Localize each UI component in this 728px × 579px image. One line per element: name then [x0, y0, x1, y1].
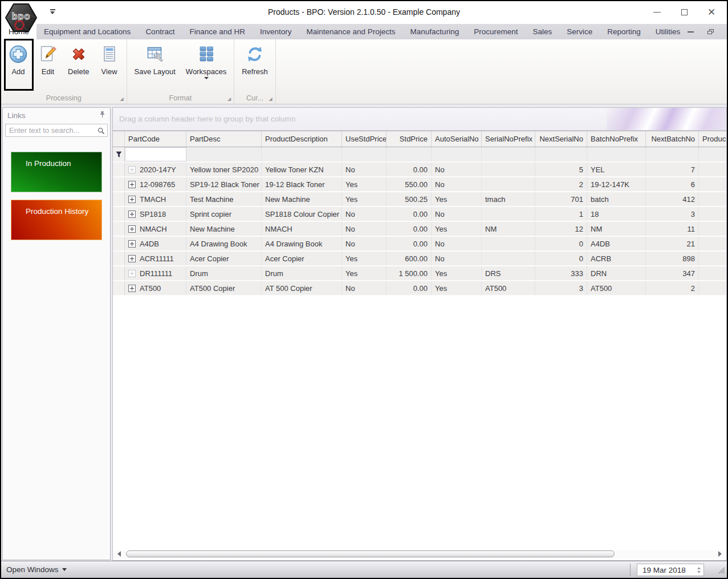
grid-cell-stdprice[interactable]: 0.00 [387, 281, 432, 295]
column-header-serialnoprefix[interactable]: SerialNoPrefix [482, 131, 535, 147]
grid-cell-nextserialno[interactable]: 0 [535, 252, 587, 265]
grid-cell-autoserialno[interactable]: No [432, 237, 482, 250]
column-header-productdescription[interactable]: ProductDescription [262, 131, 342, 147]
tab-contract[interactable]: Contract [138, 24, 182, 39]
search-input[interactable] [5, 124, 108, 137]
grid-cell-autoserialno[interactable]: Yes [432, 266, 482, 280]
expand-icon[interactable] [128, 166, 136, 173]
column-header-stdprice[interactable]: StdPrice [387, 131, 432, 147]
grid-cell-autoserialno[interactable]: Yes [432, 222, 482, 236]
expand-icon[interactable] [128, 270, 136, 277]
pin-icon[interactable] [99, 110, 105, 120]
tab-manufacturing[interactable]: Manufacturing [403, 24, 467, 39]
grid-cell-nextbatchno[interactable]: 7 [646, 163, 699, 176]
grid-cell-nextserialno[interactable]: 333 [535, 266, 587, 280]
grid-cell-partcode[interactable]: SP1818 [125, 207, 186, 221]
filter-cell-serialnoprefix[interactable] [482, 147, 535, 161]
grid-cell-autoserialno[interactable]: Yes [432, 281, 482, 295]
grid-cell-batchnoprefix[interactable]: YEL [587, 163, 646, 176]
grid-cell-serialnoprefix[interactable] [482, 177, 535, 191]
grid-cell-partcode[interactable]: NMACH [125, 222, 186, 236]
grid-cell-partdesc[interactable]: Test Machine [186, 192, 262, 206]
date-spinner[interactable] [694, 564, 703, 576]
expand-icon[interactable] [128, 285, 136, 292]
filter-cell-nextserialno[interactable] [535, 147, 587, 161]
grid-cell-usestdprice[interactable]: No [342, 163, 387, 176]
grid-cell-productdescription[interactable]: Yellow Toner KZN [262, 163, 342, 176]
filter-cell-productdescription[interactable] [262, 147, 342, 161]
expand-icon[interactable] [128, 181, 136, 188]
scrollbar-thumb[interactable] [126, 550, 615, 557]
grid-cell-nextserialno[interactable]: 0 [535, 237, 587, 250]
grid-cell-usestdprice[interactable]: Yes [342, 252, 387, 265]
table-row-12-098765[interactable]: 12-098765SP19-12 Black Toner19-12 Black … [113, 177, 727, 192]
grid-cell-autoserialno[interactable]: Yes [432, 192, 482, 206]
spinner-down-icon[interactable] [697, 571, 701, 573]
grid-cell-nextserialno[interactable]: 3 [535, 281, 587, 295]
filter-cell-stdprice[interactable] [387, 147, 432, 161]
grid-cell-partdesc[interactable]: SP19-12 Black Toner [186, 177, 262, 191]
grid-cell-productdescription[interactable]: AT 500 Copier [262, 281, 342, 295]
grid-cell-productdescription[interactable]: NMACH [262, 222, 342, 236]
grid-cell-batchnoprefix[interactable]: batch [587, 192, 646, 206]
grid-cell-partdesc[interactable]: AT500 Copier [186, 281, 262, 295]
link-in-production[interactable]: In Production [11, 152, 102, 192]
resize-grip[interactable] [718, 566, 725, 576]
grid-cell-partdesc[interactable]: A4 Drawing Book [186, 237, 262, 250]
edit-button[interactable]: Edit [34, 42, 62, 77]
grid-cell-partcode[interactable]: AT500 [125, 281, 186, 295]
grid-cell-batchnoprefix[interactable]: AT500 [587, 281, 646, 295]
table-row-2020-147y[interactable]: 2020-147YYellow toner SP2020Yellow Toner… [113, 163, 727, 177]
grid-cell-autoserialno[interactable]: No [432, 207, 482, 221]
grid-cell-serialnoprefix[interactable] [482, 207, 535, 221]
grid-cell-stdprice[interactable]: 0.00 [387, 163, 432, 176]
grid-cell-serialnoprefix[interactable]: tmach [482, 192, 535, 206]
grid-cell-nextbatchno[interactable]: 3 [646, 207, 699, 221]
grid-cell-productdescription[interactable]: New Machine [262, 192, 342, 206]
expand-icon[interactable] [128, 225, 136, 233]
grid-cell-productdescription[interactable]: 19-12 Black Toner [262, 177, 342, 191]
column-header-partcode[interactable]: PartCode [125, 131, 186, 147]
grid-cell-produc[interactable] [699, 281, 727, 295]
grid-cell-produc[interactable] [699, 266, 727, 280]
grid-cell-serialnoprefix[interactable]: AT500 [482, 281, 535, 295]
grid-cell-partdesc[interactable]: Drum [186, 266, 262, 280]
table-row-a4db[interactable]: A4DBA4 Drawing BookA4 Drawing BookNo0.00… [113, 237, 727, 252]
search-icon[interactable] [97, 127, 105, 137]
grid-cell-batchnoprefix[interactable]: DRN [587, 266, 646, 280]
delete-button[interactable]: Delete [64, 42, 93, 77]
grid-cell-partdesc[interactable]: Acer Copier [186, 252, 262, 265]
grid-cell-usestdprice[interactable]: No [342, 281, 387, 295]
dialog-launcher-icon[interactable]: ◢ [120, 96, 123, 102]
view-button[interactable]: View [96, 42, 123, 77]
filter-cell-batchnoprefix[interactable] [587, 147, 646, 161]
grid-cell-produc[interactable] [699, 192, 727, 206]
grid-cell-productdescription[interactable]: SP1818 Colour Copier [262, 207, 342, 221]
tab-utilities[interactable]: Utilities [648, 24, 688, 39]
grid-cell-produc[interactable] [699, 207, 727, 221]
table-row-sp1818[interactable]: SP1818Sprint copierSP1818 Colour CopierN… [113, 207, 727, 222]
grid-cell-autoserialno[interactable]: No [432, 177, 482, 191]
grid-cell-produc[interactable] [699, 163, 727, 176]
grid-cell-serialnoprefix[interactable] [482, 163, 535, 176]
tab-equipment-and-locations[interactable]: Equipment and Locations [36, 24, 138, 39]
grid-cell-serialnoprefix[interactable]: DRS [482, 266, 535, 280]
column-header-nextserialno[interactable]: NextSerialNo [535, 131, 587, 147]
table-row-acr11111[interactable]: ACR11111Acer CopierAcer CopierYes600.00N… [113, 252, 727, 266]
grid-cell-nextbatchno[interactable]: 2 [646, 281, 699, 295]
tab-sales[interactable]: Sales [525, 24, 559, 39]
grid-cell-productdescription[interactable]: Acer Copier [262, 252, 342, 265]
grid-cell-serialnoprefix[interactable] [482, 252, 535, 265]
grid-cell-usestdprice[interactable]: Yes [342, 177, 387, 191]
grid-cell-nextbatchno[interactable]: 898 [646, 252, 699, 265]
grid-cell-produc[interactable] [699, 177, 727, 191]
grid-cell-nextbatchno[interactable]: 11 [646, 222, 699, 236]
tab-inventory[interactable]: Inventory [253, 24, 299, 39]
table-row-tmach[interactable]: TMACHTest MachineNew MachineYes500.25Yes… [113, 192, 727, 207]
grid-cell-produc[interactable] [699, 237, 727, 250]
filter-cell-nextbatchno[interactable] [646, 147, 699, 161]
grid-cell-partcode[interactable]: TMACH [125, 192, 186, 206]
grid-cell-stdprice[interactable]: 0.00 [387, 207, 432, 221]
mdi-minimize-button[interactable] [688, 31, 694, 33]
grid-cell-nextserialno[interactable]: 12 [535, 222, 587, 236]
